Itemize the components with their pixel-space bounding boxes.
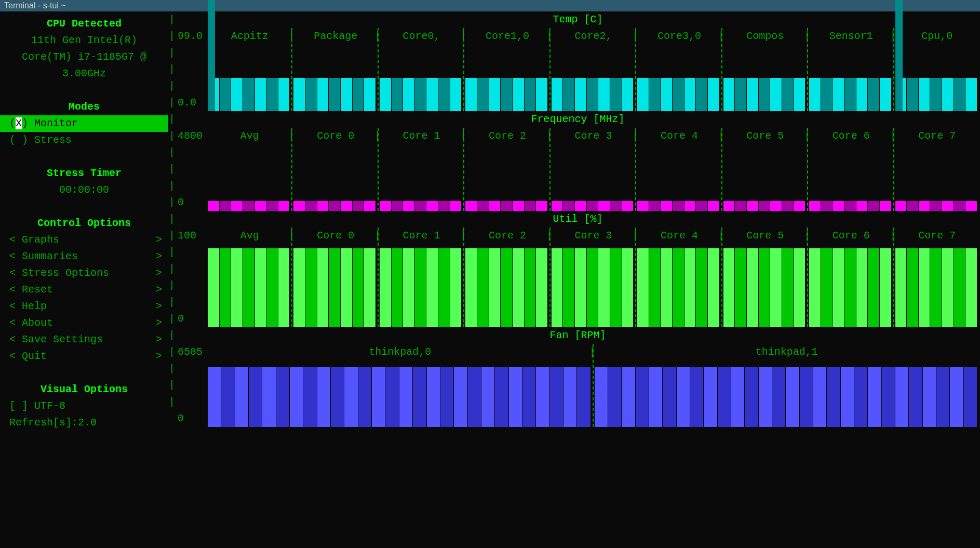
menu-summaries[interactable]: <Summaries> <box>0 248 168 265</box>
bar <box>438 248 450 327</box>
visual-options-heading: Visual Options <box>0 381 168 398</box>
bar <box>550 367 563 427</box>
bar-group <box>207 45 292 111</box>
util-col-avg: Avg <box>207 228 292 244</box>
bar <box>305 78 317 111</box>
bar <box>782 201 794 211</box>
bar <box>415 248 426 327</box>
bar <box>536 201 547 211</box>
bar <box>552 201 563 211</box>
bar <box>364 248 375 327</box>
bar <box>341 248 352 327</box>
bar <box>598 248 610 327</box>
freq-col-core5: Core 5 <box>722 128 808 144</box>
bar <box>708 248 719 327</box>
bar <box>489 201 501 211</box>
bar <box>525 78 536 111</box>
graph-util-title: Util [%] <box>176 211 980 228</box>
bar <box>477 78 489 111</box>
bar <box>930 248 942 327</box>
bar <box>380 248 391 327</box>
bar <box>856 248 868 327</box>
bar <box>266 201 278 211</box>
bar <box>243 78 254 111</box>
bar <box>220 201 231 211</box>
refresh-field[interactable]: Refresh[s]:2.0 <box>0 415 168 431</box>
graph-temp: Temp [C] 99.0 Acpitz Package Core0, Core… <box>176 11 980 111</box>
bar-group <box>292 244 378 327</box>
bar <box>909 367 922 427</box>
bar <box>649 248 661 327</box>
bar <box>305 248 317 327</box>
bar <box>895 367 908 427</box>
bar <box>426 78 438 111</box>
bar <box>450 201 462 211</box>
bar <box>278 78 290 111</box>
bar <box>663 367 676 427</box>
bar <box>522 367 535 427</box>
bar-group <box>722 144 808 211</box>
bar <box>231 248 243 327</box>
bar <box>276 367 289 427</box>
bar <box>622 201 634 211</box>
bar <box>622 248 634 327</box>
bar <box>770 78 782 111</box>
bar-group <box>808 144 894 211</box>
bar <box>684 78 696 111</box>
bar <box>341 201 352 211</box>
bar <box>465 78 477 111</box>
utf8-checkbox[interactable]: [ ] UTF-8 <box>0 398 168 415</box>
bar <box>208 248 219 327</box>
bar <box>427 367 440 427</box>
bar <box>513 201 524 211</box>
graph-freq-min: 0 <box>178 194 207 211</box>
bar <box>575 248 586 327</box>
menu-help[interactable]: <Help> <box>0 298 168 315</box>
bar <box>735 201 746 211</box>
bar <box>293 201 305 211</box>
menu-quit[interactable]: <Quit> <box>0 348 168 365</box>
bar <box>673 248 684 327</box>
bar <box>844 248 856 327</box>
bar <box>649 78 661 111</box>
bar <box>759 201 770 211</box>
graph-temp-max: 99.0 <box>176 28 207 45</box>
graph-temp-min: 0.0 <box>178 95 207 111</box>
bar <box>965 78 977 111</box>
menu-graphs[interactable]: <Graphs> <box>0 232 168 248</box>
bar <box>708 78 719 111</box>
bar <box>772 367 785 427</box>
bar <box>907 201 918 211</box>
menu-stress-options[interactable]: <Stress Options> <box>0 265 168 282</box>
menu-reset[interactable]: <Reset> <box>0 282 168 298</box>
bar <box>501 201 512 211</box>
bar <box>954 78 965 111</box>
bar <box>880 248 891 327</box>
bar-group <box>464 144 550 211</box>
menu-save-settings[interactable]: <Save Settings> <box>0 331 168 348</box>
bar <box>290 367 303 427</box>
bar <box>770 248 782 327</box>
bar <box>637 201 649 211</box>
bar <box>255 201 266 211</box>
bar <box>563 248 574 327</box>
bar <box>770 201 782 211</box>
bar-group <box>379 45 464 111</box>
bar <box>844 78 856 111</box>
mode-monitor[interactable]: (X) Monitor <box>0 115 168 132</box>
freq-col-core6: Core 6 <box>808 128 894 144</box>
bar <box>964 367 977 427</box>
graph-fan-max: 6585 <box>176 344 207 360</box>
bar <box>735 78 746 111</box>
menu-about[interactable]: <About> <box>0 315 168 331</box>
bar <box>509 367 522 427</box>
util-col-core3: Core 3 <box>551 228 636 244</box>
bar <box>696 201 707 211</box>
mode-stress[interactable]: ( ) Stress <box>0 132 168 149</box>
bar <box>759 248 770 327</box>
bar <box>637 78 649 111</box>
bar <box>661 248 672 327</box>
bar <box>661 201 672 211</box>
bar <box>782 248 794 327</box>
bar <box>684 201 696 211</box>
